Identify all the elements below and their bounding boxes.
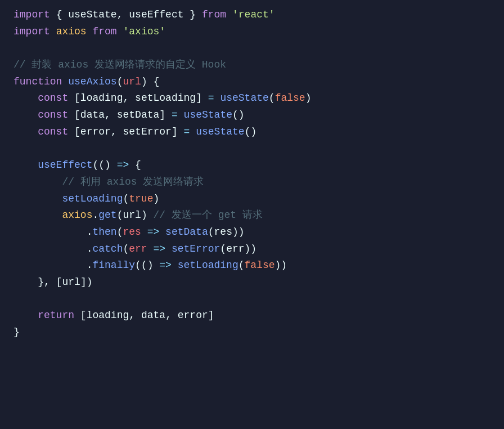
code-editor[interactable]: import { useState, useEffect } from 'rea…	[0, 0, 504, 429]
code-content: import { useState, useEffect } from 'rea…	[0, 0, 504, 348]
